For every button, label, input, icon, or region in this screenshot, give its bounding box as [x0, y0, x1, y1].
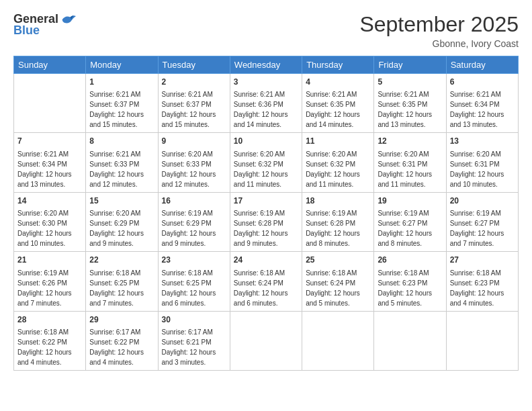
day-number: 7	[17, 136, 82, 147]
day-info: Sunrise: 6:20 AM Sunset: 6:29 PM Dayligh…	[89, 208, 154, 248]
table-row: 4Sunrise: 6:21 AM Sunset: 6:35 PM Daylig…	[302, 74, 374, 133]
day-info: Sunrise: 6:21 AM Sunset: 6:35 PM Dayligh…	[306, 89, 370, 130]
table-row: 9Sunrise: 6:20 AM Sunset: 6:33 PM Daylig…	[158, 133, 230, 192]
day-info: Sunrise: 6:17 AM Sunset: 6:22 PM Dayligh…	[89, 327, 154, 367]
day-info: Sunrise: 6:21 AM Sunset: 6:37 PM Dayligh…	[162, 89, 226, 130]
day-info: Sunrise: 6:18 AM Sunset: 6:23 PM Dayligh…	[450, 268, 515, 308]
day-number: 2	[162, 77, 226, 88]
day-info: Sunrise: 6:18 AM Sunset: 6:23 PM Dayligh…	[378, 268, 442, 308]
day-info: Sunrise: 6:17 AM Sunset: 6:21 PM Dayligh…	[162, 327, 226, 367]
col-thursday: Thursday	[302, 56, 374, 74]
day-info: Sunrise: 6:21 AM Sunset: 6:33 PM Dayligh…	[89, 149, 154, 189]
table-row: 6Sunrise: 6:21 AM Sunset: 6:34 PM Daylig…	[446, 74, 518, 133]
day-number: 26	[378, 255, 442, 266]
day-info: Sunrise: 6:20 AM Sunset: 6:30 PM Dayligh…	[17, 208, 82, 248]
col-monday: Monday	[86, 56, 158, 74]
day-info: Sunrise: 6:18 AM Sunset: 6:24 PM Dayligh…	[306, 268, 370, 308]
title-area: September 2025 Gbonne, Ivory Coast	[359, 12, 519, 49]
day-number: 13	[450, 136, 515, 147]
logo: General Blue	[13, 12, 76, 38]
table-row: 28Sunrise: 6:18 AM Sunset: 6:22 PM Dayli…	[14, 311, 86, 370]
day-info: Sunrise: 6:20 AM Sunset: 6:32 PM Dayligh…	[234, 149, 298, 189]
table-row: 2Sunrise: 6:21 AM Sunset: 6:37 PM Daylig…	[158, 74, 230, 133]
day-info: Sunrise: 6:21 AM Sunset: 6:34 PM Dayligh…	[450, 89, 515, 130]
day-number: 11	[306, 136, 370, 147]
col-sunday: Sunday	[14, 56, 86, 74]
day-info: Sunrise: 6:20 AM Sunset: 6:32 PM Dayligh…	[306, 149, 370, 189]
table-row: 16Sunrise: 6:19 AM Sunset: 6:29 PM Dayli…	[158, 192, 230, 251]
table-row: 7Sunrise: 6:21 AM Sunset: 6:34 PM Daylig…	[14, 133, 86, 192]
day-info: Sunrise: 6:19 AM Sunset: 6:28 PM Dayligh…	[306, 208, 370, 248]
table-row: 23Sunrise: 6:18 AM Sunset: 6:25 PM Dayli…	[158, 252, 230, 311]
day-number: 9	[162, 136, 226, 147]
day-info: Sunrise: 6:21 AM Sunset: 6:35 PM Dayligh…	[378, 89, 442, 130]
table-row: 20Sunrise: 6:19 AM Sunset: 6:27 PM Dayli…	[446, 192, 518, 251]
day-number: 24	[234, 255, 298, 266]
day-info: Sunrise: 6:18 AM Sunset: 6:24 PM Dayligh…	[234, 268, 298, 308]
table-row: 13Sunrise: 6:20 AM Sunset: 6:31 PM Dayli…	[446, 133, 518, 192]
day-number: 22	[89, 255, 154, 266]
table-row: 3Sunrise: 6:21 AM Sunset: 6:36 PM Daylig…	[230, 74, 302, 133]
col-saturday: Saturday	[446, 56, 518, 74]
day-info: Sunrise: 6:20 AM Sunset: 6:33 PM Dayligh…	[162, 149, 226, 189]
calendar: Sunday Monday Tuesday Wednesday Thursday…	[13, 56, 519, 371]
day-info: Sunrise: 6:21 AM Sunset: 6:37 PM Dayligh…	[89, 89, 154, 130]
day-info: Sunrise: 6:19 AM Sunset: 6:27 PM Dayligh…	[450, 208, 515, 248]
day-number: 21	[17, 255, 82, 266]
col-tuesday: Tuesday	[158, 56, 230, 74]
day-number: 3	[234, 77, 298, 88]
table-row	[302, 311, 374, 370]
table-row: 10Sunrise: 6:20 AM Sunset: 6:32 PM Dayli…	[230, 133, 302, 192]
day-number: 20	[450, 195, 515, 207]
day-info: Sunrise: 6:18 AM Sunset: 6:22 PM Dayligh…	[17, 327, 82, 367]
day-number: 19	[378, 195, 442, 207]
header-row: Sunday Monday Tuesday Wednesday Thursday…	[14, 56, 519, 74]
table-row: 5Sunrise: 6:21 AM Sunset: 6:35 PM Daylig…	[374, 74, 446, 133]
day-info: Sunrise: 6:21 AM Sunset: 6:36 PM Dayligh…	[234, 89, 298, 130]
table-row: 27Sunrise: 6:18 AM Sunset: 6:23 PM Dayli…	[446, 252, 518, 311]
day-info: Sunrise: 6:18 AM Sunset: 6:25 PM Dayligh…	[162, 268, 226, 308]
day-number: 30	[162, 314, 226, 326]
day-info: Sunrise: 6:18 AM Sunset: 6:25 PM Dayligh…	[89, 268, 154, 308]
table-row	[374, 311, 446, 370]
day-info: Sunrise: 6:21 AM Sunset: 6:34 PM Dayligh…	[17, 149, 82, 189]
day-info: Sunrise: 6:19 AM Sunset: 6:27 PM Dayligh…	[378, 208, 442, 248]
day-number: 28	[17, 314, 82, 326]
table-row: 19Sunrise: 6:19 AM Sunset: 6:27 PM Dayli…	[374, 192, 446, 251]
day-number: 17	[234, 195, 298, 207]
table-row: 15Sunrise: 6:20 AM Sunset: 6:29 PM Dayli…	[86, 192, 158, 251]
table-row: 26Sunrise: 6:18 AM Sunset: 6:23 PM Dayli…	[374, 252, 446, 311]
table-row: 17Sunrise: 6:19 AM Sunset: 6:28 PM Dayli…	[230, 192, 302, 251]
day-number: 29	[89, 314, 154, 326]
table-row: 21Sunrise: 6:19 AM Sunset: 6:26 PM Dayli…	[14, 252, 86, 311]
day-number: 12	[378, 136, 442, 147]
table-row: 14Sunrise: 6:20 AM Sunset: 6:30 PM Dayli…	[14, 192, 86, 251]
page: General Blue September 2025 Gbonne, Ivor…	[0, 0, 532, 411]
table-row: 24Sunrise: 6:18 AM Sunset: 6:24 PM Dayli…	[230, 252, 302, 311]
table-row: 12Sunrise: 6:20 AM Sunset: 6:31 PM Dayli…	[374, 133, 446, 192]
logo-blue: Blue	[13, 24, 40, 38]
day-info: Sunrise: 6:19 AM Sunset: 6:26 PM Dayligh…	[17, 268, 82, 308]
day-info: Sunrise: 6:20 AM Sunset: 6:31 PM Dayligh…	[450, 149, 515, 189]
logo-bird-icon	[61, 13, 76, 26]
day-number: 10	[234, 136, 298, 147]
day-number: 25	[306, 255, 370, 266]
day-info: Sunrise: 6:19 AM Sunset: 6:28 PM Dayligh…	[234, 208, 298, 248]
day-number: 1	[89, 77, 154, 88]
table-row: 25Sunrise: 6:18 AM Sunset: 6:24 PM Dayli…	[302, 252, 374, 311]
day-number: 27	[450, 255, 515, 266]
day-number: 23	[162, 255, 226, 266]
table-row	[14, 74, 86, 133]
table-row	[230, 311, 302, 370]
table-row: 1Sunrise: 6:21 AM Sunset: 6:37 PM Daylig…	[86, 74, 158, 133]
table-row	[446, 311, 518, 370]
table-row: 29Sunrise: 6:17 AM Sunset: 6:22 PM Dayli…	[86, 311, 158, 370]
day-number: 4	[306, 77, 370, 88]
table-row: 30Sunrise: 6:17 AM Sunset: 6:21 PM Dayli…	[158, 311, 230, 370]
day-info: Sunrise: 6:19 AM Sunset: 6:29 PM Dayligh…	[162, 208, 226, 248]
col-wednesday: Wednesday	[230, 56, 302, 74]
table-row: 11Sunrise: 6:20 AM Sunset: 6:32 PM Dayli…	[302, 133, 374, 192]
day-number: 6	[450, 77, 515, 88]
day-number: 14	[17, 195, 82, 207]
day-number: 16	[162, 195, 226, 207]
